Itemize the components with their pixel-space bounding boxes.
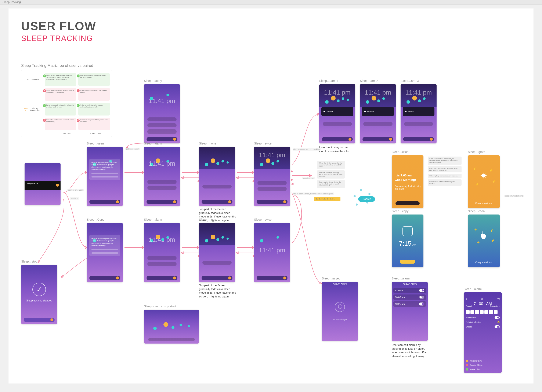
- alarm-time: 10:25 am: [395, 303, 405, 305]
- matrix-cell: ✗Connection available but device off, ca…: [45, 118, 76, 130]
- screen-stop[interactable]: Sleep…stop ✓ Sleep tracking stopped: [21, 260, 57, 324]
- stop-text: Sleep tracking stopped: [21, 299, 57, 302]
- screen-arm2[interactable]: Sleep…arm 2 11:41 pm Alarm off: [360, 79, 396, 143]
- page-header: USER FLOW SLEEP TRACKING: [21, 19, 96, 43]
- matrix-row-label: Internet Connection: [23, 103, 43, 116]
- screen-aalarm[interactable]: Sleep…alarm Add An Alarm 6:00 am 10:00 a…: [392, 277, 428, 341]
- screen-alarm-2[interactable]: Sleep…alarm 11:41 pm: [144, 218, 180, 282]
- screen-grats[interactable]: Sleep…grats ⚡⚡⚡⚡ Congratulations!: [468, 150, 504, 208]
- toggle[interactable]: [495, 325, 500, 328]
- screen-hone[interactable]: Sleep…hone: [199, 142, 235, 206]
- screen-label: Sleep…larm 1: [319, 79, 355, 83]
- check-icon: ✓: [33, 283, 46, 296]
- wake-button[interactable]: [400, 260, 415, 264]
- action-button[interactable]: [396, 201, 420, 205]
- note-group-2: If the user enabled an “activity to dism…: [428, 157, 461, 186]
- matrix-cell: ✗Connection dropped mid-track, warns use…: [78, 118, 110, 130]
- screen-label: Sleep…attery: [144, 79, 180, 83]
- matrix-row-label: [23, 88, 43, 101]
- flow-title: USER FLOW: [21, 19, 96, 33]
- screen-ction2[interactable]: Sleep…ction ⚡⚡⚡⚡ Congratulations!: [468, 209, 504, 267]
- screen-label: Sleep…alarm: [144, 142, 180, 145]
- alarm-header: Add An Alarm: [392, 283, 428, 285]
- screen-label: Sleep…stop: [21, 260, 57, 263]
- screen-label: Sleep…grats: [468, 150, 504, 154]
- phone-grats: ⚡⚡⚡⚡ Congratulations!: [468, 155, 500, 208]
- screen-users[interactable]: Sleep…users Multiple users are paired wi…: [87, 142, 123, 206]
- phone-copy: 7:15AM: [392, 215, 423, 267]
- wake-time: 7:15: [399, 240, 411, 247]
- window-title: Sleep Tracking: [3, 0, 21, 4]
- screen-alarm-detail[interactable]: Sleep…alarm 659AM 7 00 AM RepeatEvery da…: [464, 287, 502, 373]
- alarm-row[interactable]: 10:25 am: [393, 301, 426, 307]
- note: If the user enabled an “activity to dism…: [428, 157, 461, 165]
- screen-evice[interactable]: Sleep…evice 11:41 pm: [254, 142, 290, 206]
- matrix-row-label: No Connection: [23, 73, 43, 86]
- clock-time: 11:41 pm: [401, 89, 437, 96]
- hand-icon: [477, 170, 490, 183]
- screen-label: Sleep…arm 2: [360, 79, 396, 83]
- clock-time: 11:41 pm: [360, 89, 396, 96]
- phone-evice-2: 11:41 pm: [254, 223, 290, 282]
- screen-evice-2[interactable]: Sleep…evice 11:41 pm: [254, 218, 290, 282]
- tiny-tag: no alarm: [70, 197, 79, 200]
- svg-point-0: [291, 170, 293, 172]
- matrix-cell: ✗Device unpaired, connection lost, track…: [78, 88, 110, 101]
- time-picker[interactable]: 659AM: [466, 298, 500, 300]
- screen-ction[interactable]: Sleep…ction It is 7:00 am Good Morning! …: [392, 150, 428, 208]
- screen-landscape[interactable]: Sleep scre…arm.portrait: [144, 305, 203, 344]
- screen-arm3[interactable]: Sleep…arm 3 11:41 pm Snooze: [401, 79, 437, 143]
- hand-icon: [477, 229, 490, 242]
- phone-landscape: [144, 310, 199, 344]
- screen-myet[interactable]: Sleep…m yet Add An Alarm No alarm set ye…: [322, 277, 358, 341]
- note-yellow: On On On On On On On: [314, 197, 341, 201]
- note: Skipping logs a snooze event instead.: [428, 174, 461, 178]
- matrix-cell: ✓Sleep tracking works without connection…: [45, 73, 76, 86]
- screen-battery[interactable]: Sleep…attery 11:41 pm: [144, 79, 180, 143]
- annotation-edit-alarms: User can edit alarms by tapping on it. L…: [392, 343, 428, 358]
- toggle[interactable]: [495, 316, 500, 319]
- screen-label: Sleep scre…arm.portrait: [144, 305, 203, 308]
- tiny-tag: alarm is on / alarm: [67, 189, 84, 191]
- sound-row[interactable]: Sunrise Chime: [466, 364, 500, 366]
- phone-alarm-2: 11:41 pm: [144, 223, 180, 282]
- tiny-tag: device connected / not tracking: [293, 148, 320, 151]
- screen-label: Sleep…evice: [254, 142, 290, 145]
- tiny-tag: first user shown: [125, 148, 140, 150]
- screen-label: Sleep…copy: [392, 209, 428, 213]
- alarm-row[interactable]: 10:00 am: [393, 294, 426, 300]
- matrix-cell: ✓User can set alarms, use existing alarm…: [78, 73, 110, 86]
- toggle[interactable]: [419, 302, 424, 306]
- tiny-tag: pending sync: [302, 177, 315, 179]
- toggle[interactable]: [419, 289, 424, 292]
- screen-hone-2[interactable]: Sleep…hone: [199, 218, 235, 282]
- screen-users-copy[interactable]: Sleep…Copy Multiple users are paired wit…: [87, 218, 123, 282]
- matrix-col-label: Current user: [81, 132, 110, 135]
- app-frame: Sleep Tracking USER FLOW SLEEP TRACKING …: [0, 0, 542, 392]
- sound-row[interactable]: Morning Glow: [466, 360, 500, 362]
- screen-label: Sleep…evice: [254, 218, 290, 221]
- action-sub: Do Jumping Jacks to stop the alarm: [395, 185, 423, 190]
- empty-alarm-icon: [335, 302, 345, 312]
- screen-label: Sleep…users: [87, 142, 123, 145]
- matrix-title: Sleep Tracking Matri…pe of user vs paire…: [21, 64, 112, 68]
- screen-alarm[interactable]: Sleep…alarm 11:41 pm: [144, 142, 180, 206]
- phone-users: Multiple users are paired with this devi…: [87, 147, 123, 206]
- sound-row[interactable]: Forest Birds: [466, 368, 500, 371]
- screen-larm1[interactable]: Sleep…larm 1 11:41 pm Alarm on: [319, 79, 355, 143]
- note: User is then taken to the congrats scree…: [428, 179, 461, 186]
- clock-time: 11:41 pm: [144, 160, 180, 167]
- screen-copy[interactable]: Sleep…copy 7:15AM: [392, 209, 428, 267]
- empty-text: No alarm set yet: [322, 319, 358, 321]
- action-title: It is 7:00 am Good Morning!: [395, 173, 416, 182]
- phone-alarm-detail: 659AM 7 00 AM RepeatEvery day › Smart wa…: [464, 292, 502, 373]
- grats-text: Congratulations!: [468, 202, 500, 204]
- phone-ction: It is 7:00 am Good Morning! Do Jumping J…: [392, 155, 423, 208]
- bubble-tracked[interactable]: Tracked: [358, 196, 375, 202]
- matrix-panel[interactable]: Sleep Tracking Matri…pe of user vs paire…: [21, 64, 112, 137]
- design-canvas[interactable]: USER FLOW SLEEP TRACKING Sleep Tracking …: [8, 8, 534, 384]
- toggle[interactable]: [419, 296, 424, 299]
- tiny-tag: close returns to home: [504, 195, 524, 197]
- alarm-row[interactable]: 6:00 am: [393, 288, 426, 293]
- screen-intro[interactable]: Sleep Tracker: [25, 163, 60, 205]
